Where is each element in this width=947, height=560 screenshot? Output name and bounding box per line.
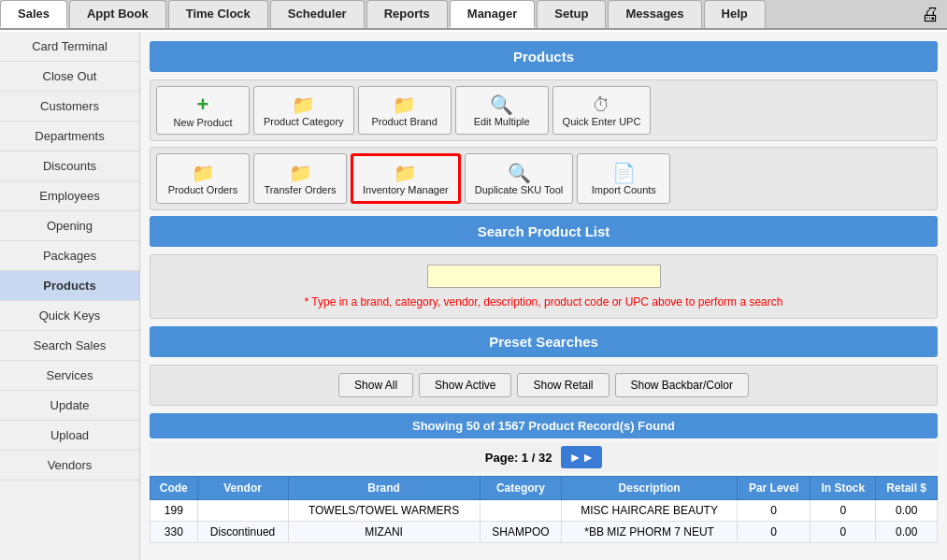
table-row[interactable]: 199TOWELS/TOWEL WARMERSMISC HAIRCARE BEA… <box>151 500 938 522</box>
show-active-button[interactable]: Show Active <box>419 373 511 397</box>
quick-enter-upc-label: Quick Enter UPC <box>563 116 641 127</box>
product-table: Code Vendor Brand Category Description P… <box>150 476 938 543</box>
quick-enter-upc-button[interactable]: ⏱ Quick Enter UPC <box>552 86 652 135</box>
col-header-in-stock: In Stock <box>811 477 876 500</box>
product-orders-label: Product Orders <box>168 184 238 195</box>
duplicate-sku-button[interactable]: 🔍 Duplicate SKU Tool <box>465 153 574 204</box>
sidebar-item-card-terminal[interactable]: Card Terminal <box>0 32 139 62</box>
tab-apptbook[interactable]: Appt Book <box>69 0 166 28</box>
tab-timeclock[interactable]: Time Clock <box>168 0 268 28</box>
product-category-button[interactable]: 📁 Product Category <box>253 86 354 135</box>
new-product-label: New Product <box>174 117 233 128</box>
product-orders-button[interactable]: 📁 Product Orders <box>156 153 250 204</box>
sidebar-item-search-sales[interactable]: Search Sales <box>0 331 139 361</box>
product-brand-button[interactable]: 📁 Product Brand <box>358 86 452 135</box>
import-counts-button[interactable]: 📄 Import Counts <box>577 153 670 204</box>
sidebar-item-services[interactable]: Services <box>0 361 139 391</box>
preset-section-header: Preset Searches <box>150 326 938 357</box>
product-brand-label: Product Brand <box>371 116 437 127</box>
top-nav: Sales Appt Book Time Clock Scheduler Rep… <box>0 0 947 30</box>
product-category-label: Product Category <box>264 116 344 127</box>
sidebar-item-packages[interactable]: Packages <box>0 241 139 271</box>
col-header-retail: Retail $ <box>876 477 938 500</box>
tab-setup[interactable]: Setup <box>537 0 606 28</box>
inventory-manager-label: Inventory Manager <box>363 184 449 195</box>
search-input[interactable] <box>427 265 661 288</box>
pagination-text: Page: 1 / 32 <box>485 451 552 465</box>
folder-icon-category: 📁 <box>292 93 315 116</box>
duplicate-sku-label: Duplicate SKU Tool <box>475 184 564 195</box>
printer-icon[interactable]: 🖨 <box>921 4 940 25</box>
doc-icon-import: 📄 <box>612 162 636 184</box>
products-section-header: Products <box>150 41 938 72</box>
edit-multiple-label: Edit Multiple <box>474 116 530 127</box>
sidebar-item-quick-keys[interactable]: Quick Keys <box>0 301 139 331</box>
col-header-description: Description <box>562 477 738 500</box>
sidebar-item-employees[interactable]: Employees <box>0 181 139 211</box>
sidebar-item-opening[interactable]: Opening <box>0 211 139 241</box>
col-header-brand: Brand <box>288 477 480 500</box>
sidebar-item-departments[interactable]: Departments <box>0 122 139 151</box>
show-all-button[interactable]: Show All <box>338 373 413 397</box>
show-backbar-button[interactable]: Show Backbar/Color <box>615 373 749 397</box>
pagination-row: Page: 1 / 32 ►► <box>150 442 938 472</box>
sidebar-item-upload[interactable]: Upload <box>0 421 139 451</box>
edit-multiple-button[interactable]: 🔍 Edit Multiple <box>455 86 549 135</box>
col-header-category: Category <box>480 477 561 500</box>
sidebar-item-update[interactable]: Update <box>0 391 139 421</box>
inventory-manager-button[interactable]: 📁 Inventory Manager <box>351 153 461 204</box>
tab-scheduler[interactable]: Scheduler <box>270 0 365 28</box>
sidebar-item-close-out[interactable]: Close Out <box>0 62 139 92</box>
sidebar: Card Terminal Close Out Customers Depart… <box>0 32 140 560</box>
table-row[interactable]: 330DiscontinuedMIZANISHAMPOO*BB MIZ PHOR… <box>151 522 938 543</box>
tab-help[interactable]: Help <box>704 0 766 28</box>
plus-icon: + <box>197 93 209 117</box>
tab-manager[interactable]: Manager <box>450 0 535 28</box>
search-section: * Type in a brand, category, vendor, des… <box>150 254 938 319</box>
col-header-code: Code <box>151 477 198 500</box>
tab-sales[interactable]: Sales <box>0 0 67 28</box>
folder-icon-transfer: 📁 <box>289 162 312 184</box>
sidebar-item-discounts[interactable]: Discounts <box>0 151 139 181</box>
tool-buttons-row2: 📁 Product Orders 📁 Transfer Orders 📁 Inv… <box>150 147 938 210</box>
clock-icon-upc: ⏱ <box>592 94 610 116</box>
magnify-icon-edit: 🔍 <box>490 93 513 116</box>
transfer-orders-label: Transfer Orders <box>264 184 336 195</box>
main-content: Products + New Product 📁 Product Categor… <box>140 32 947 560</box>
next-page-button[interactable]: ►► <box>561 446 602 468</box>
col-header-vendor: Vendor <box>197 477 288 500</box>
folder-icon-brand: 📁 <box>393 93 416 116</box>
import-counts-label: Import Counts <box>592 184 656 195</box>
folder-icon-orders: 📁 <box>192 162 215 184</box>
results-header: Showing 50 of 1567 Product Record(s) Fou… <box>150 413 938 438</box>
transfer-orders-button[interactable]: 📁 Transfer Orders <box>253 153 347 204</box>
top-nav-right: 🖨 <box>921 0 947 28</box>
sidebar-item-customers[interactable]: Customers <box>0 92 139 122</box>
tab-messages[interactable]: Messages <box>608 0 701 28</box>
tool-buttons-row1: + New Product 📁 Product Category 📁 Produ… <box>150 79 938 141</box>
new-product-button[interactable]: + New Product <box>156 86 250 135</box>
show-retail-button[interactable]: Show Retail <box>517 373 609 397</box>
search-hint: * Type in a brand, category, vendor, des… <box>160 295 927 309</box>
col-header-par-level: Par Level <box>738 477 811 500</box>
preset-buttons-container: Show All Show Active Show Retail Show Ba… <box>158 373 929 397</box>
tab-reports[interactable]: Reports <box>366 0 448 28</box>
sidebar-item-products[interactable]: Products <box>0 271 139 301</box>
magnify-icon-sku: 🔍 <box>508 162 531 184</box>
search-section-header: Search Product List <box>150 216 938 247</box>
sidebar-item-vendors[interactable]: Vendors <box>0 451 139 481</box>
preset-section: Show All Show Active Show Retail Show Ba… <box>150 365 938 406</box>
folder-icon-inventory: 📁 <box>394 162 417 184</box>
